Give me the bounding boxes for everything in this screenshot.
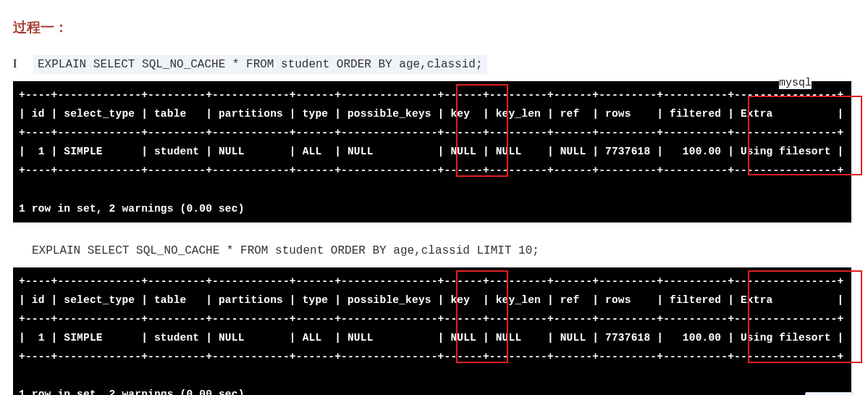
terminal-block-2: +----+-------------+---------+----------… xyxy=(13,267,855,395)
terminal-block-1: mysql +----+-------------+---------+----… xyxy=(13,81,855,223)
sql-query-1: EXPLAIN SELECT SQL_NO_CACHE * FROM stude… xyxy=(33,55,487,74)
text-cursor: I xyxy=(13,57,20,70)
sql-query-2: EXPLAIN SELECT SQL_NO_CACHE * FROM stude… xyxy=(28,241,544,260)
explain-output-2: +----+-------------+---------+----------… xyxy=(13,267,851,395)
annotation-mysql: mysql xyxy=(779,77,812,89)
section-heading: 过程一： xyxy=(13,18,855,37)
ime-indicator[interactable]: iU 英 ⌨ xyxy=(805,392,854,395)
explain-output-1: +----+-------------+---------+----------… xyxy=(13,81,851,223)
